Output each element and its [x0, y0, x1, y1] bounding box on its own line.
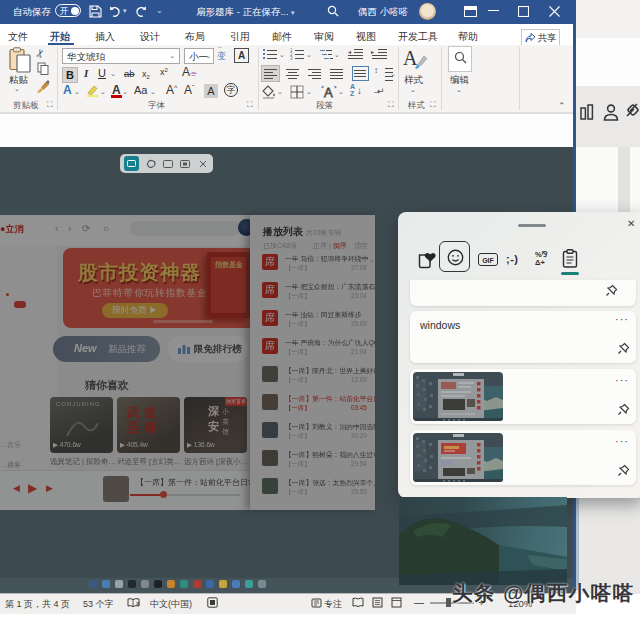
svg-text:A: A: [324, 85, 333, 100]
